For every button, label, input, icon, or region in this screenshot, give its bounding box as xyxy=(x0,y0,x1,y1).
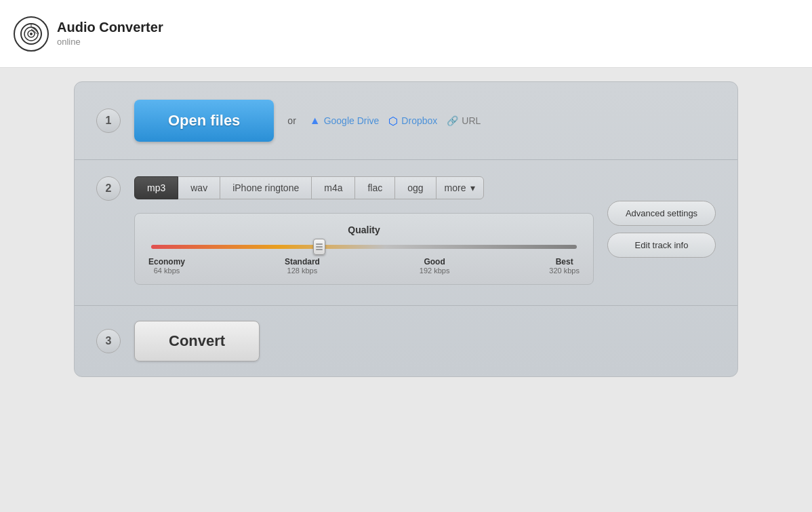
edit-track-info-button[interactable]: Edit track info xyxy=(607,233,716,258)
cloud-links: ▲ Google Drive ⬡ Dropbox 🔗 URL xyxy=(310,115,481,127)
tab-ogg[interactable]: ogg xyxy=(394,176,436,199)
marker-economy-label: Economy xyxy=(148,257,185,267)
quality-label: Quality xyxy=(148,224,580,235)
quality-markers: Economy 64 kbps Standard 128 kbps Good 1… xyxy=(148,257,580,275)
step-1-circle: 1 xyxy=(96,109,121,133)
google-drive-icon: ▲ xyxy=(310,115,321,127)
marker-economy-kbps: 64 kbps xyxy=(148,267,185,275)
main-container: 1 Open files or ▲ Google Drive ⬡ Dropbox… xyxy=(74,81,738,377)
thumb-line-2 xyxy=(316,246,323,248)
thumb-line-3 xyxy=(316,249,323,250)
open-files-button[interactable]: Open files xyxy=(134,100,274,142)
section-2: 2 mp3 wav iPhone ringtone m4a flac ogg m… xyxy=(75,160,737,305)
marker-good-kbps: 192 kbps xyxy=(420,267,450,275)
or-text: or xyxy=(287,115,296,126)
section-1: 1 Open files or ▲ Google Drive ⬡ Dropbox… xyxy=(75,82,737,159)
step-2-circle: 2 xyxy=(96,176,121,201)
app-title: Audio Converter xyxy=(57,20,163,35)
quality-marker-standard: Standard 128 kbps xyxy=(285,257,320,275)
vinyl-icon xyxy=(20,22,43,45)
url-link[interactable]: 🔗 URL xyxy=(447,115,481,126)
google-drive-label: Google Drive xyxy=(324,115,380,126)
quality-marker-economy: Economy 64 kbps xyxy=(148,257,185,275)
section-3: 3 Convert xyxy=(75,306,737,376)
svg-point-3 xyxy=(30,33,33,35)
thumb-line-1 xyxy=(316,243,323,245)
more-label: more xyxy=(445,182,466,193)
app-logo xyxy=(14,16,49,52)
tab-iphone-ringtone[interactable]: iPhone ringtone xyxy=(220,176,312,199)
quality-marker-good: Good 192 kbps xyxy=(420,257,450,275)
marker-good-label: Good xyxy=(420,257,450,267)
marker-best-kbps: 320 kbps xyxy=(549,267,580,275)
quality-slider-container xyxy=(148,245,580,249)
tab-more[interactable]: more ▾ xyxy=(436,176,484,199)
quality-slider-thumb[interactable] xyxy=(313,239,325,255)
quality-box: Quality Economy 64 kbps xyxy=(134,213,594,285)
advanced-settings-button[interactable]: Advanced settings xyxy=(607,201,716,226)
url-icon: 🔗 xyxy=(447,115,458,126)
app-header: Audio Converter online xyxy=(0,0,812,68)
quality-marker-best: Best 320 kbps xyxy=(549,257,580,275)
app-title-container: Audio Converter online xyxy=(57,20,163,47)
tab-flac[interactable]: flac xyxy=(354,176,395,199)
convert-button[interactable]: Convert xyxy=(134,321,260,361)
url-label: URL xyxy=(462,115,481,126)
chevron-down-icon: ▾ xyxy=(470,182,475,193)
dropbox-link[interactable]: ⬡ Dropbox xyxy=(388,115,437,127)
marker-standard-kbps: 128 kbps xyxy=(285,267,320,275)
marker-standard-label: Standard xyxy=(285,257,320,267)
tab-wav[interactable]: wav xyxy=(178,176,220,199)
marker-best-label: Best xyxy=(549,257,580,267)
dropbox-icon: ⬡ xyxy=(388,115,398,127)
format-tabs: mp3 wav iPhone ringtone m4a flac ogg mor… xyxy=(134,176,594,199)
side-buttons: Advanced settings Edit track info xyxy=(607,201,716,258)
tab-mp3[interactable]: mp3 xyxy=(134,176,178,199)
google-drive-link[interactable]: ▲ Google Drive xyxy=(310,115,380,127)
step-3-circle: 3 xyxy=(96,329,121,353)
tab-m4a[interactable]: m4a xyxy=(311,176,355,199)
dropbox-label: Dropbox xyxy=(401,115,437,126)
section-2-content: mp3 wav iPhone ringtone m4a flac ogg mor… xyxy=(134,176,594,285)
quality-slider-track xyxy=(151,245,577,249)
app-subtitle: online xyxy=(57,37,81,47)
